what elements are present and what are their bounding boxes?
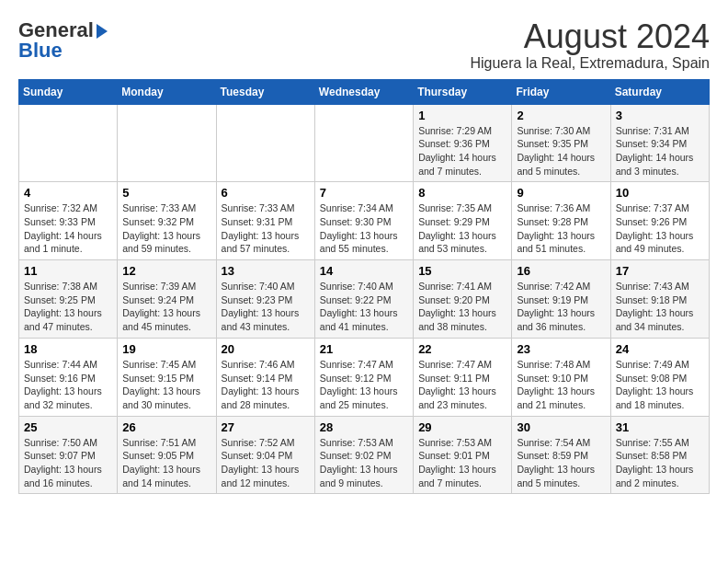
day-info: Sunrise: 7:51 AMSunset: 9:05 PMDaylight:… [122, 436, 210, 490]
header-cell-sunday: Sunday [19, 79, 118, 104]
day-cell: 27Sunrise: 7:52 AMSunset: 9:04 PMDayligh… [216, 416, 314, 494]
calendar-header: SundayMondayTuesdayWednesdayThursdayFrid… [19, 79, 710, 104]
day-cell: 16Sunrise: 7:42 AMSunset: 9:19 PMDayligh… [512, 260, 610, 339]
day-cell: 3Sunrise: 7:31 AMSunset: 9:34 PMDaylight… [610, 104, 709, 182]
logo-arrow-icon [97, 24, 108, 39]
day-number: 28 [320, 420, 408, 434]
day-cell: 25Sunrise: 7:50 AMSunset: 9:07 PMDayligh… [19, 416, 118, 494]
day-info: Sunrise: 7:38 AMSunset: 9:25 PMDaylight:… [24, 280, 112, 334]
day-info: Sunrise: 7:40 AMSunset: 9:22 PMDaylight:… [320, 280, 408, 334]
day-cell [118, 104, 216, 182]
day-info: Sunrise: 7:52 AMSunset: 9:04 PMDaylight:… [222, 436, 310, 490]
day-cell: 20Sunrise: 7:46 AMSunset: 9:14 PMDayligh… [216, 338, 314, 416]
day-number: 23 [517, 342, 605, 356]
day-info: Sunrise: 7:50 AMSunset: 9:07 PMDaylight:… [24, 436, 112, 490]
day-number: 4 [24, 186, 112, 200]
day-number: 24 [616, 342, 704, 356]
day-cell: 30Sunrise: 7:54 AMSunset: 8:59 PMDayligh… [512, 416, 610, 494]
day-cell: 19Sunrise: 7:45 AMSunset: 9:15 PMDayligh… [118, 338, 216, 416]
day-cell: 6Sunrise: 7:33 AMSunset: 9:31 PMDaylight… [216, 182, 314, 260]
header-cell-monday: Monday [118, 79, 216, 104]
week-row-5: 25Sunrise: 7:50 AMSunset: 9:07 PMDayligh… [19, 416, 710, 494]
day-cell: 11Sunrise: 7:38 AMSunset: 9:25 PMDayligh… [19, 260, 118, 339]
day-info: Sunrise: 7:44 AMSunset: 9:16 PMDaylight:… [24, 358, 112, 412]
day-info: Sunrise: 7:30 AMSunset: 9:35 PMDaylight:… [517, 124, 605, 178]
day-cell [314, 104, 413, 182]
day-info: Sunrise: 7:54 AMSunset: 8:59 PMDaylight:… [517, 436, 605, 490]
day-info: Sunrise: 7:36 AMSunset: 9:28 PMDaylight:… [517, 201, 605, 256]
day-info: Sunrise: 7:33 AMSunset: 9:31 PMDaylight:… [222, 201, 310, 256]
header-cell-thursday: Thursday [414, 79, 512, 104]
header-cell-wednesday: Wednesday [314, 79, 413, 104]
day-number: 31 [616, 420, 704, 434]
week-row-4: 18Sunrise: 7:44 AMSunset: 9:16 PMDayligh… [19, 338, 710, 416]
logo: General Blue [18, 18, 108, 63]
day-cell: 13Sunrise: 7:40 AMSunset: 9:23 PMDayligh… [216, 260, 314, 339]
day-cell: 18Sunrise: 7:44 AMSunset: 9:16 PMDayligh… [19, 338, 118, 416]
day-number: 27 [222, 420, 310, 434]
day-number: 20 [222, 342, 310, 356]
day-cell: 17Sunrise: 7:43 AMSunset: 9:18 PMDayligh… [610, 260, 709, 339]
day-number: 3 [616, 109, 704, 122]
day-cell: 8Sunrise: 7:35 AMSunset: 9:29 PMDaylight… [414, 182, 512, 260]
day-info: Sunrise: 7:42 AMSunset: 9:19 PMDaylight:… [517, 280, 605, 334]
day-number: 18 [24, 342, 112, 356]
day-number: 14 [320, 264, 408, 278]
day-number: 12 [122, 264, 210, 278]
day-number: 7 [320, 186, 408, 200]
day-number: 15 [418, 264, 506, 278]
day-info: Sunrise: 7:41 AMSunset: 9:20 PMDaylight:… [418, 280, 506, 334]
day-number: 21 [320, 342, 408, 356]
day-info: Sunrise: 7:53 AMSunset: 9:01 PMDaylight:… [418, 436, 506, 490]
day-info: Sunrise: 7:48 AMSunset: 9:10 PMDaylight:… [517, 358, 605, 412]
day-cell: 24Sunrise: 7:49 AMSunset: 9:08 PMDayligh… [610, 338, 709, 416]
day-info: Sunrise: 7:47 AMSunset: 9:12 PMDaylight:… [320, 358, 408, 412]
day-number: 2 [517, 109, 605, 122]
day-number: 11 [24, 264, 112, 278]
page-header: General Blue August 2024 Higuera la Real… [18, 18, 710, 72]
day-info: Sunrise: 7:46 AMSunset: 9:14 PMDaylight:… [222, 358, 310, 412]
day-info: Sunrise: 7:34 AMSunset: 9:30 PMDaylight:… [320, 201, 408, 256]
header-cell-saturday: Saturday [610, 79, 709, 104]
day-number: 9 [517, 186, 605, 200]
day-cell: 7Sunrise: 7:34 AMSunset: 9:30 PMDaylight… [314, 182, 413, 260]
day-number: 29 [418, 420, 506, 434]
day-cell: 28Sunrise: 7:53 AMSunset: 9:02 PMDayligh… [314, 416, 413, 494]
day-cell: 29Sunrise: 7:53 AMSunset: 9:01 PMDayligh… [414, 416, 512, 494]
header-cell-tuesday: Tuesday [216, 79, 314, 104]
day-info: Sunrise: 7:43 AMSunset: 9:18 PMDaylight:… [616, 280, 704, 334]
day-info: Sunrise: 7:32 AMSunset: 9:33 PMDaylight:… [24, 201, 112, 256]
day-info: Sunrise: 7:53 AMSunset: 9:02 PMDaylight:… [320, 436, 408, 490]
day-info: Sunrise: 7:37 AMSunset: 9:26 PMDaylight:… [616, 201, 704, 256]
calendar-body: 1Sunrise: 7:29 AMSunset: 9:36 PMDaylight… [19, 104, 710, 494]
week-row-3: 11Sunrise: 7:38 AMSunset: 9:25 PMDayligh… [19, 260, 710, 339]
day-info: Sunrise: 7:49 AMSunset: 9:08 PMDaylight:… [616, 358, 704, 412]
day-number: 26 [122, 420, 210, 434]
page-title: August 2024 [470, 18, 710, 55]
day-number: 5 [122, 186, 210, 200]
day-number: 22 [418, 342, 506, 356]
day-number: 8 [418, 186, 506, 200]
day-cell: 2Sunrise: 7:30 AMSunset: 9:35 PMDaylight… [512, 104, 610, 182]
day-number: 16 [517, 264, 605, 278]
day-cell: 9Sunrise: 7:36 AMSunset: 9:28 PMDaylight… [512, 182, 610, 260]
day-number: 1 [418, 109, 506, 122]
header-cell-friday: Friday [512, 79, 610, 104]
day-cell: 14Sunrise: 7:40 AMSunset: 9:22 PMDayligh… [314, 260, 413, 339]
day-number: 10 [616, 186, 704, 200]
day-cell: 15Sunrise: 7:41 AMSunset: 9:20 PMDayligh… [414, 260, 512, 339]
day-info: Sunrise: 7:39 AMSunset: 9:24 PMDaylight:… [122, 280, 210, 334]
calendar-table: SundayMondayTuesdayWednesdayThursdayFrid… [18, 79, 710, 495]
day-number: 17 [616, 264, 704, 278]
logo-blue: Blue [18, 39, 63, 63]
day-number: 6 [222, 186, 310, 200]
week-row-2: 4Sunrise: 7:32 AMSunset: 9:33 PMDaylight… [19, 182, 710, 260]
day-cell: 12Sunrise: 7:39 AMSunset: 9:24 PMDayligh… [118, 260, 216, 339]
day-cell: 10Sunrise: 7:37 AMSunset: 9:26 PMDayligh… [610, 182, 709, 260]
day-info: Sunrise: 7:40 AMSunset: 9:23 PMDaylight:… [222, 280, 310, 334]
day-cell [216, 104, 314, 182]
day-cell: 4Sunrise: 7:32 AMSunset: 9:33 PMDaylight… [19, 182, 118, 260]
week-row-1: 1Sunrise: 7:29 AMSunset: 9:36 PMDaylight… [19, 104, 710, 182]
day-cell: 5Sunrise: 7:33 AMSunset: 9:32 PMDaylight… [118, 182, 216, 260]
day-info: Sunrise: 7:29 AMSunset: 9:36 PMDaylight:… [418, 124, 506, 178]
